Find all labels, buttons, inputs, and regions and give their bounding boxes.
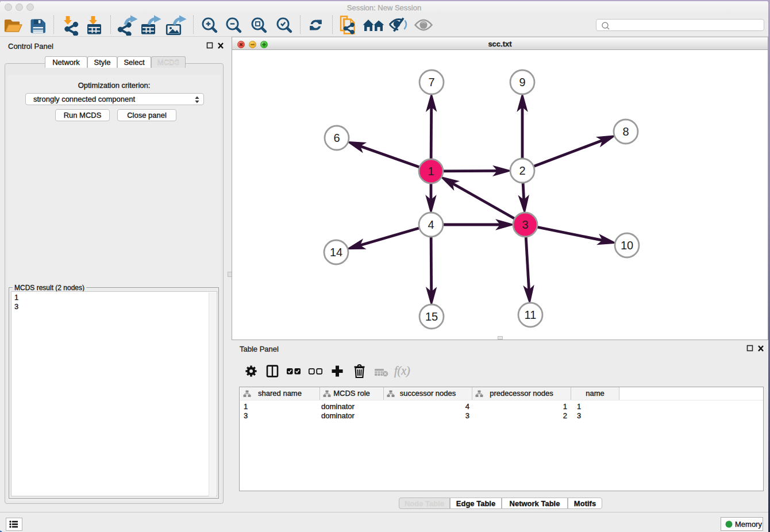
svg-text:9: 9 (519, 76, 525, 88)
svg-text:3: 3 (522, 218, 528, 231)
svg-text:15: 15 (425, 310, 438, 323)
svg-text:1: 1 (428, 165, 434, 178)
svg-text:4: 4 (428, 218, 434, 231)
svg-text:10: 10 (621, 239, 633, 252)
svg-text:7: 7 (428, 76, 434, 88)
svg-text:2: 2 (519, 164, 525, 177)
svg-text:11: 11 (525, 309, 537, 321)
svg-text:6: 6 (333, 132, 340, 144)
svg-text:8: 8 (622, 125, 629, 138)
svg-text:14: 14 (330, 246, 342, 259)
